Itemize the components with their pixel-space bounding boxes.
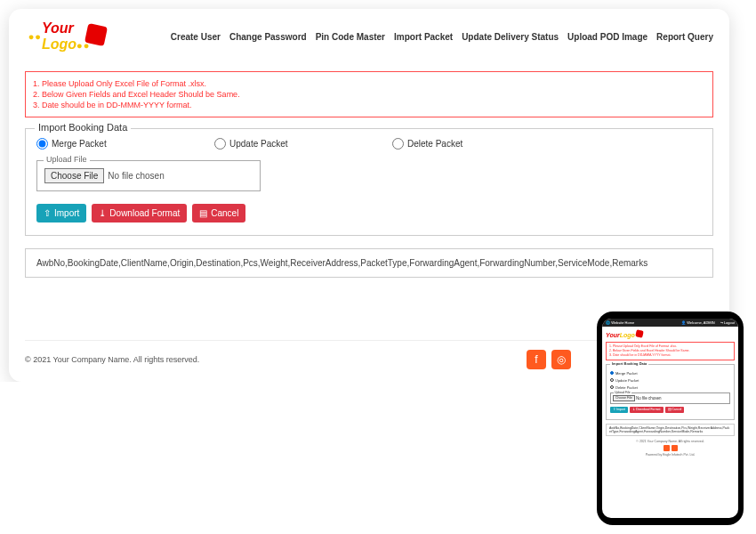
nav-create-user[interactable]: Create User (171, 32, 221, 42)
alert-line-2: 2. Below Given Fields and Excel Header S… (33, 90, 705, 99)
alert-line-3: 3. Date should be in DD-MMM-YYYY format. (33, 101, 705, 109)
cancel-button[interactable]: ▤ Cancel (192, 204, 245, 222)
file-name-text: No file chosen (108, 171, 164, 181)
main-nav: Create User Change Password Pin Code Mas… (171, 32, 713, 42)
header: ●● Your Logo●● Create User Change Passwo… (25, 18, 713, 55)
logo: ●● Your Logo●● (25, 18, 109, 55)
phone-cube-icon (635, 329, 643, 337)
phone-alert: 1. Please Upload Only Excel File of Form… (606, 342, 735, 360)
radio-delete-label: Delete Packet (407, 139, 462, 149)
upload-fieldset: Upload File Choose File No file chosen (36, 160, 261, 191)
logo-your: Your (42, 20, 74, 36)
nav-import-packet[interactable]: Import Packet (394, 32, 453, 42)
columns-box: AwbNo,BookingDate,ClientName,Origin,Dest… (25, 248, 713, 278)
facebook-icon[interactable]: f (527, 350, 546, 369)
download-format-button[interactable]: ⤓ Download Format (92, 204, 187, 222)
phone-home-link[interactable]: 🌐 Website Home (606, 320, 676, 325)
nav-report-query[interactable]: Report Query (656, 32, 713, 42)
alert-box: 1. Please Upload Only Excel File of Form… (25, 71, 713, 117)
cancel-button-label: Cancel (211, 208, 238, 218)
phone-radio-merge[interactable]: Merge Packet (610, 371, 730, 376)
import-fieldset: Import Booking Data Merge Packet Update … (25, 128, 713, 236)
download-button-label: Download Format (109, 208, 180, 218)
phone-legend: Import Booking Data (610, 361, 648, 366)
download-icon: ⤓ (99, 208, 106, 218)
nav-change-password[interactable]: Change Password (229, 32, 307, 42)
instagram-icon[interactable]: ◎ (551, 350, 571, 369)
upload-legend: Upload File (44, 155, 90, 164)
logo-logo: Logo (42, 36, 76, 52)
social-links: f ◎ (527, 350, 571, 369)
button-row: ⇧ Import ⤓ Download Format ▤ Cancel (36, 204, 702, 222)
fieldset-legend: Import Booking Data (35, 122, 131, 133)
phone-topbar: 🌐 Website Home 👤 Welcome, ADMIN ↪ Logout (602, 319, 738, 327)
choose-file-button[interactable]: Choose File (44, 168, 104, 183)
import-button[interactable]: ⇧ Import (36, 204, 86, 222)
phone-import-fieldset: Import Booking Data Merge Packet Update … (606, 364, 735, 382)
radio-update-label: Update Packet (229, 139, 288, 149)
import-button-label: Import (54, 208, 79, 218)
radio-group: Merge Packet Update Packet Delete Packet (36, 138, 702, 150)
document-icon: ▤ (199, 208, 207, 218)
phone-radio-update[interactable]: Update Packet (610, 378, 730, 382)
radio-merge-input[interactable] (36, 138, 48, 150)
cube-icon (84, 23, 108, 46)
nav-upload-pod[interactable]: Upload POD Image (567, 32, 647, 42)
phone-screen: 🌐 Website Home 👤 Welcome, ADMIN ↪ Logout… (602, 319, 738, 382)
radio-update[interactable]: Update Packet (214, 138, 392, 150)
phone-logout[interactable]: ↪ Logout (720, 320, 735, 325)
alert-line-1: 1. Please Upload Only Excel File of Form… (33, 79, 705, 88)
copyright-text: © 2021 Your Company Name. All rights res… (25, 355, 199, 364)
radio-delete-input[interactable] (392, 138, 404, 150)
radio-delete[interactable]: Delete Packet (392, 138, 570, 150)
nav-update-delivery[interactable]: Update Delivery Status (462, 32, 559, 42)
phone-logo: YourLogo (606, 330, 735, 338)
radio-merge[interactable]: Merge Packet (36, 138, 214, 150)
nav-pin-code-master[interactable]: Pin Code Master (316, 32, 385, 42)
radio-update-input[interactable] (214, 138, 226, 150)
file-input[interactable]: Choose File No file chosen (44, 168, 253, 183)
phone-mockup: 🌐 Website Home 👤 Welcome, ADMIN ↪ Logout… (597, 312, 744, 382)
phone-welcome: 👤 Welcome, ADMIN (681, 320, 715, 325)
radio-merge-label: Merge Packet (52, 139, 107, 149)
upload-icon: ⇧ (44, 208, 51, 218)
